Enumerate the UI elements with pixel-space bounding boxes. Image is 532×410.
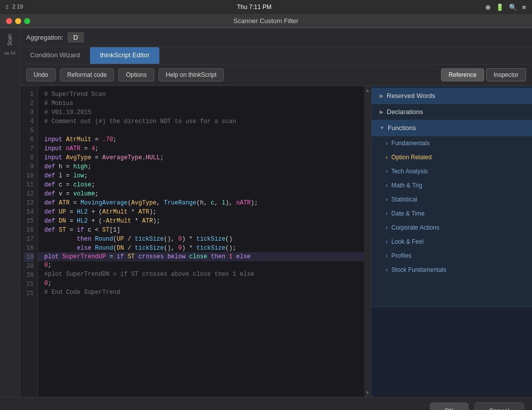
arrow-icon: ▶ (380, 109, 384, 115)
ref-sub-tech-analysis[interactable]: › Tech Analysis (372, 164, 532, 178)
content-area: Aggregation: D Condition Wizard thinkScr… (20, 28, 532, 397)
chevron-icon: › (386, 196, 388, 203)
chevron-icon: › (386, 154, 388, 161)
sidebar-scan-label: Scan (7, 34, 13, 46)
aggregation-bar: Aggregation: D (20, 28, 532, 47)
menu-icon[interactable]: ≡ (522, 4, 526, 11)
sidebar-item-1: ne fol (3, 50, 16, 57)
battery-icon: 🔋 (496, 4, 504, 11)
chevron-icon: › (386, 210, 388, 217)
bottom-bar: OK Cancel (0, 397, 532, 410)
chevron-icon: › (386, 224, 388, 231)
macos-left-icons:  2 19 (6, 4, 23, 11)
reference-panel: ▶ Reserved Words ▶ Declarations ▼ Functi… (371, 86, 532, 397)
ref-sub-statistical[interactable]: › Statistical (372, 192, 532, 207)
help-button[interactable]: Help on thinkScript (158, 68, 224, 81)
aggregation-label: Aggregation: (26, 34, 63, 41)
code-editor[interactable]: 12345 678910 1112131415 1617181920 20212… (20, 86, 371, 397)
reference-tree: ▶ Reserved Words ▶ Declarations ▼ Functi… (372, 86, 532, 306)
toolbar: Undo Reformat code Options Help on think… (20, 64, 532, 86)
ref-label-reserved-words: Reserved Words (387, 92, 435, 99)
chevron-icon: › (386, 182, 388, 189)
ref-sub-profiles[interactable]: › Profiles (372, 249, 532, 263)
macos-system-bar:  2 19 Thu 7:11 PM ⊕ 🔋 🔍 ≡ (0, 0, 532, 14)
chevron-icon: › (386, 266, 388, 273)
ref-label-declarations: Declarations (387, 108, 423, 116)
tabs-bar: Condition Wizard thinkScript Editor (20, 47, 532, 64)
ref-item-declarations[interactable]: ▶ Declarations (372, 104, 532, 120)
main-layout: Scan ne fol Aggregation: D Condition Wiz… (0, 28, 532, 397)
title-bar: Scanner Custom Filter (0, 14, 532, 28)
ref-label-functions: Functions (388, 124, 416, 132)
tab-thinkscript-editor[interactable]: thinkScript Editor (90, 47, 159, 64)
left-sidebar: Scan ne fol (0, 28, 20, 397)
app-menu[interactable]: 2 19 (12, 4, 23, 11)
apple-icon:  (6, 4, 8, 11)
reference-button[interactable]: Reference (441, 68, 484, 81)
chevron-icon: › (386, 252, 388, 259)
code-textarea[interactable]: # SuperTrend Scan # Mobius # V01.10.2015… (38, 86, 364, 397)
wifi-icon: ⊕ (485, 4, 491, 11)
scroll-up-arrow[interactable]: ▲ (364, 86, 371, 94)
ref-sub-corporate-actions[interactable]: › Corporate Actions (372, 221, 532, 235)
close-button[interactable] (6, 18, 12, 24)
ok-button[interactable]: OK (430, 402, 469, 410)
scroll-down-arrow[interactable]: ▼ (364, 388, 371, 397)
ref-item-functions[interactable]: ▼ Functions (372, 120, 532, 136)
main-window: Scan ne fol Aggregation: D Condition Wiz… (0, 28, 532, 410)
search-icon[interactable]: 🔍 (509, 4, 517, 11)
cancel-button[interactable]: Cancel (475, 402, 524, 410)
chevron-icon: › (386, 238, 388, 245)
reference-detail (372, 306, 532, 397)
ref-sub-date-time[interactable]: › Date & Time (372, 207, 532, 221)
macos-time: Thu 7:11 PM (237, 4, 272, 11)
window-title: Scanner Custom Filter (233, 17, 298, 25)
options-button[interactable]: Options (118, 68, 154, 81)
aggregation-dropdown[interactable]: D (67, 32, 84, 43)
arrow-icon: ▼ (380, 125, 385, 131)
reformat-code-button[interactable]: Reformat code (60, 68, 115, 81)
ref-sub-option-related[interactable]: › Option Related (372, 150, 532, 164)
inspector-button[interactable]: Inspector (486, 68, 526, 81)
maximize-button[interactable] (24, 18, 30, 24)
ref-sub-stock-fundamentals[interactable]: › Stock Fundamentals (372, 263, 532, 277)
chevron-icon: › (386, 168, 388, 175)
chevron-icon: › (386, 140, 388, 147)
ref-sub-fundamentals[interactable]: › Fundamentals (372, 136, 532, 150)
window-controls (6, 18, 30, 24)
ref-item-reserved-words[interactable]: ▶ Reserved Words (372, 88, 532, 104)
editor-reference-layout: 12345 678910 1112131415 1617181920 20212… (20, 86, 532, 397)
arrow-icon: ▶ (380, 93, 384, 98)
editor-scrollbar[interactable]: ▲ ▼ (364, 86, 371, 397)
macos-right-icons: ⊕ 🔋 🔍 ≡ (485, 4, 526, 11)
tab-condition-wizard[interactable]: Condition Wizard (20, 47, 90, 64)
ref-sub-math-trig[interactable]: › Math & Trig (372, 178, 532, 192)
line-numbers: 12345 678910 1112131415 1617181920 20212… (20, 86, 38, 397)
minimize-button[interactable] (15, 18, 21, 24)
undo-button[interactable]: Undo (26, 68, 56, 81)
ref-sub-look-feel[interactable]: › Look & Feel (372, 235, 532, 249)
toolbar-right: Reference Inspector (441, 68, 526, 81)
